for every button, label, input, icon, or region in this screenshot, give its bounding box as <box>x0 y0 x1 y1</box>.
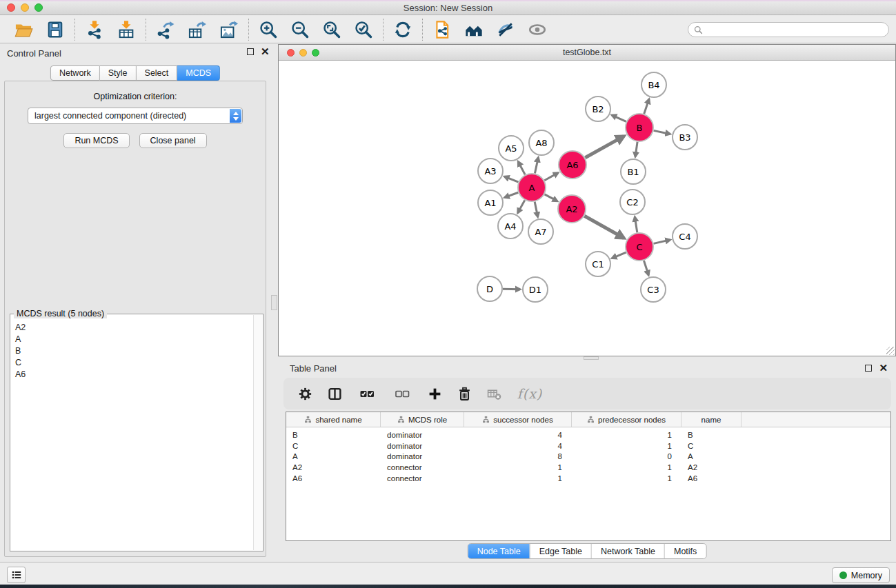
table-cell[interactable]: 1 <box>572 431 681 439</box>
edge-A-A5[interactable] <box>518 161 525 174</box>
table-cell[interactable]: 1 <box>572 474 681 483</box>
splitter-grip[interactable] <box>271 295 277 310</box>
table-cell[interactable]: C <box>681 442 741 450</box>
tab-node-table[interactable]: Node Table <box>468 544 530 558</box>
window-resize-grip[interactable] <box>886 347 895 355</box>
table-cell[interactable]: 4 <box>464 442 572 450</box>
table-cell[interactable]: 4 <box>464 431 572 439</box>
edge-B-B1[interactable] <box>635 142 637 156</box>
table-settings-icon[interactable] <box>296 385 314 402</box>
table-cell[interactable]: A2 <box>286 463 381 472</box>
table-cell[interactable]: B <box>681 431 741 439</box>
table-cell[interactable]: 1 <box>572 463 681 472</box>
result-list-scrollbar[interactable] <box>253 315 262 550</box>
edge-C-C1[interactable] <box>612 252 626 258</box>
table-cell[interactable]: 0 <box>572 452 681 460</box>
tab-network[interactable]: Network <box>50 65 100 81</box>
table-cell[interactable]: A6 <box>286 474 381 483</box>
column-header-MCDS-role[interactable]: MCDS role <box>381 412 464 427</box>
edge-A-A4[interactable] <box>518 200 525 212</box>
table-row[interactable]: Cdominator41C <box>286 440 890 452</box>
table-cell[interactable]: 8 <box>464 452 572 460</box>
export-image-icon[interactable] <box>218 19 240 41</box>
column-header-name[interactable]: name <box>681 412 741 427</box>
edge-C-C3[interactable] <box>644 261 648 275</box>
edge-A-A6[interactable] <box>544 173 558 181</box>
table-row[interactable]: Adominator80A <box>286 452 890 463</box>
float-table-panel-icon[interactable] <box>865 365 872 372</box>
float-panel-icon[interactable] <box>247 48 254 55</box>
show-hide-graphics-icon[interactable] <box>526 19 548 41</box>
tab-edge-table[interactable]: Edge Table <box>530 544 592 558</box>
edge-C-C4[interactable] <box>653 240 670 243</box>
zoom-fit-icon[interactable] <box>321 19 343 41</box>
edge-A6-B[interactable] <box>585 136 624 158</box>
close-panel-icon[interactable]: ✕ <box>261 48 270 55</box>
edge-B-B2[interactable] <box>612 115 626 121</box>
table-cell[interactable]: A2 <box>681 463 741 472</box>
zoom-in-icon[interactable] <box>257 19 279 41</box>
table-cell[interactable]: A6 <box>681 474 741 483</box>
table-cell[interactable]: 1 <box>464 463 572 472</box>
close-panel-button[interactable]: Close panel <box>139 133 207 148</box>
column-header-successor-nodes[interactable]: successor nodes <box>464 412 572 427</box>
zoom-out-icon[interactable] <box>289 19 311 41</box>
run-mcds-button[interactable]: Run MCDS <box>63 133 129 148</box>
tab-network-table[interactable]: Network Table <box>592 544 665 558</box>
edge-A-A3[interactable] <box>504 176 518 182</box>
edge-A-A7[interactable] <box>535 202 537 217</box>
criterion-dropdown[interactable]: largest connected component (directed) <box>28 108 243 124</box>
search-field[interactable] <box>688 22 889 37</box>
new-network-from-file-icon[interactable] <box>431 19 453 41</box>
memory-button[interactable]: Memory <box>832 567 890 583</box>
open-file-icon[interactable] <box>12 19 34 41</box>
table-cell[interactable]: 1 <box>464 474 572 483</box>
edge-C-C2[interactable] <box>635 217 637 233</box>
close-table-panel-icon[interactable]: ✕ <box>879 365 888 372</box>
refresh-icon[interactable] <box>392 19 414 41</box>
select-all-icon[interactable] <box>355 385 379 402</box>
add-row-icon[interactable] <box>426 385 444 402</box>
table-row[interactable]: A2connector11A2 <box>286 462 890 473</box>
table-row[interactable]: A6connector11A6 <box>286 473 890 484</box>
result-list-item[interactable]: C <box>15 357 252 369</box>
tab-mcds[interactable]: MCDS <box>177 65 220 81</box>
edge-B-B3[interactable] <box>654 130 670 134</box>
import-table-icon[interactable] <box>115 19 137 41</box>
network-canvas[interactable]: B4B2BB3A5A8A6A3B1AA1C2A2A4A7C4CC1DD1C3 <box>279 61 895 356</box>
column-visibility-icon[interactable] <box>326 385 344 402</box>
vertical-splitter[interactable] <box>270 43 278 562</box>
column-header-shared-name[interactable]: shared name <box>286 412 381 427</box>
search-input[interactable] <box>706 25 883 34</box>
table-cell[interactable]: C <box>286 442 381 450</box>
table-cell[interactable]: connector <box>381 463 464 472</box>
edge-A-A2[interactable] <box>545 194 557 201</box>
zoom-selected-icon[interactable] <box>352 19 375 41</box>
tab-style[interactable]: Style <box>100 65 137 81</box>
export-table-icon[interactable] <box>186 19 208 41</box>
table-cell[interactable]: dominator <box>381 431 464 439</box>
table-cell[interactable]: connector <box>381 474 464 483</box>
save-session-icon[interactable] <box>44 19 66 41</box>
table-cell[interactable]: dominator <box>381 452 464 460</box>
export-network-icon[interactable] <box>155 19 177 41</box>
result-list-item[interactable]: A <box>15 334 252 345</box>
table-cell[interactable]: dominator <box>381 442 464 450</box>
table-cell[interactable]: A <box>286 452 381 460</box>
edge-A2-C[interactable] <box>584 216 624 238</box>
tab-select[interactable]: Select <box>137 65 178 81</box>
edge-B-B4[interactable] <box>644 99 649 114</box>
result-list-item[interactable]: A2 <box>15 322 252 334</box>
result-list-item[interactable]: A6 <box>15 369 252 381</box>
cytoscape-web-icon[interactable] <box>463 19 485 41</box>
edge-A-A8[interactable] <box>535 158 538 174</box>
tab-motifs[interactable]: Motifs <box>665 544 706 558</box>
task-history-button[interactable] <box>7 567 26 583</box>
edge-A-A1[interactable] <box>505 192 519 197</box>
column-header-predecessor-nodes[interactable]: predecessor nodes <box>572 412 681 427</box>
table-cell[interactable]: B <box>286 431 381 439</box>
delete-row-icon[interactable] <box>455 385 473 402</box>
result-list-item[interactable]: B <box>15 345 252 357</box>
table-cell[interactable]: A <box>681 452 741 460</box>
style-preview-icon[interactable] <box>495 19 517 41</box>
